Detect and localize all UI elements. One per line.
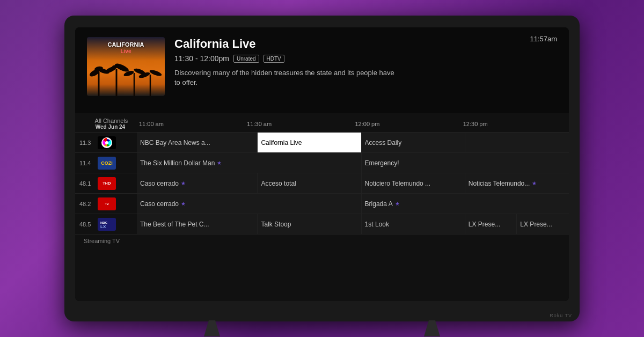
show-description: Discovering many of the hidden treasures…: [174, 68, 400, 87]
program-cells-113: NBC Bay Area News a... California Live A…: [137, 133, 569, 152]
time-slot-1130: 11:30 am: [245, 121, 353, 127]
star-icon: ★: [217, 160, 222, 166]
program-cell: Noticias Telemundo... ★: [465, 173, 569, 193]
rating-badge: Unrated: [233, 55, 259, 63]
channel-info-482: 48.2 T2: [75, 197, 137, 210]
program-cell: The Six Million Dollar Man ★: [137, 153, 362, 173]
time-slots-header: 11:00 am 11:30 am 12:00 pm 12:30 pm: [137, 121, 569, 127]
all-channels-label: All Channels: [84, 118, 137, 124]
hd-badge: HDTV: [264, 55, 284, 63]
roku-label: Roku TV: [550, 313, 572, 318]
svg-text:LX: LX: [100, 224, 106, 229]
tv-frame: 11:57am CALIFORNIA Live: [64, 16, 580, 321]
channel-number: 48.5: [79, 221, 94, 228]
program-cell: The Best of The Pet C...: [137, 214, 258, 234]
svg-point-15: [105, 141, 108, 144]
screen-content: 11:57am CALIFORNIA Live: [75, 27, 569, 301]
show-details: California Live 11:30 - 12:00pm Unrated …: [174, 37, 557, 106]
svg-point-7: [112, 65, 121, 68]
tv-stand-right: [424, 320, 440, 336]
table-row[interactable]: 48.1 THD Caso cerrado ★ Acceso total: [75, 173, 569, 193]
star-icon: ★: [395, 201, 400, 207]
channel-number: 48.1: [79, 180, 94, 187]
program-cell: LX Prese...: [517, 214, 569, 234]
table-row[interactable]: 11.4 COZI The Six Million Dollar Man ★ E…: [75, 152, 569, 173]
channel-info-113: 11.3: [75, 136, 137, 149]
program-cell: Emergency!: [362, 153, 569, 173]
guide-header: All Channels Wed Jun 24 11:00 am 11:30 a…: [75, 113, 569, 132]
program-cell: Caso cerrado ★: [137, 194, 362, 214]
telemundo2-logo: T2: [98, 197, 116, 210]
show-thumbnail: CALIFORNIA Live: [87, 37, 165, 96]
program-cells-485: The Best of The Pet C... Talk Stoop 1st …: [137, 214, 569, 234]
table-row[interactable]: 11.3: [75, 132, 569, 152]
star-icon: ★: [532, 180, 537, 186]
clock-display: 11:57am: [530, 35, 557, 43]
channel-info-481: 48.1 THD: [75, 177, 137, 190]
telemundo-logo: THD: [98, 177, 116, 190]
program-cells-482: Caso cerrado ★ Brigada A ★: [137, 194, 569, 214]
channel-info-114: 11.4 COZI: [75, 157, 137, 170]
date-label: Wed Jun 24: [84, 124, 137, 130]
tv-screen: 11:57am CALIFORNIA Live: [75, 27, 569, 301]
program-cell: Noticiero Telemundo ...: [362, 173, 465, 193]
program-cell: [465, 133, 569, 152]
program-cells-114: The Six Million Dollar Man ★ Emergency!: [137, 153, 569, 173]
program-cell-california-live[interactable]: California Live: [258, 133, 361, 152]
nbc-logo: [98, 136, 116, 149]
table-row[interactable]: 48.5 NBC LX The Best of: [75, 214, 569, 234]
program-cell: Acceso total: [258, 173, 361, 193]
star-icon: ★: [181, 180, 186, 186]
lx-logo: NBC LX: [98, 218, 116, 231]
program-cell: Access Daily: [362, 133, 465, 152]
channel-number: 48.2: [79, 201, 94, 207]
guide-header-left: All Channels Wed Jun 24: [75, 118, 137, 130]
time-slot-1100: 11:00 am: [137, 121, 245, 127]
program-cell: Talk Stoop: [258, 214, 361, 234]
table-row[interactable]: 48.2 T2 Caso cerrado ★ Brigada A ★: [75, 193, 569, 214]
guide-rows: 11.3: [75, 132, 569, 234]
thumbnail-title: CALIFORNIA: [108, 41, 144, 48]
show-info-panel: 11:57am CALIFORNIA Live: [75, 27, 569, 113]
channel-number: 11.3: [79, 140, 94, 146]
thumbnail-subtitle: Live: [120, 48, 131, 54]
program-cell: LX Prese...: [465, 214, 517, 234]
program-cell: NBC Bay Area News a...: [137, 133, 258, 152]
time-slot-1230: 12:30 pm: [461, 121, 569, 127]
cozi-logo: COZI: [98, 157, 116, 170]
show-title: California Live: [174, 37, 557, 51]
program-cell: 1st Look: [362, 214, 465, 234]
show-time-row: 11:30 - 12:00pm Unrated HDTV: [174, 54, 557, 63]
guide-section: All Channels Wed Jun 24 11:00 am 11:30 a…: [75, 113, 569, 301]
channel-number: 11.4: [79, 160, 94, 166]
program-cell: Caso cerrado ★: [137, 173, 258, 193]
streaming-tv-label: Streaming TV: [75, 234, 569, 247]
time-slot-1200: 12:00 pm: [353, 121, 461, 127]
program-cells-481: Caso cerrado ★ Acceso total Noticiero Te…: [137, 173, 569, 193]
show-time: 11:30 - 12:00pm: [174, 54, 229, 63]
star-icon: ★: [181, 201, 186, 207]
tv-stand-left: [204, 320, 220, 336]
program-cell: Brigada A ★: [362, 194, 569, 214]
channel-info-485: 48.5 NBC LX: [75, 218, 137, 231]
